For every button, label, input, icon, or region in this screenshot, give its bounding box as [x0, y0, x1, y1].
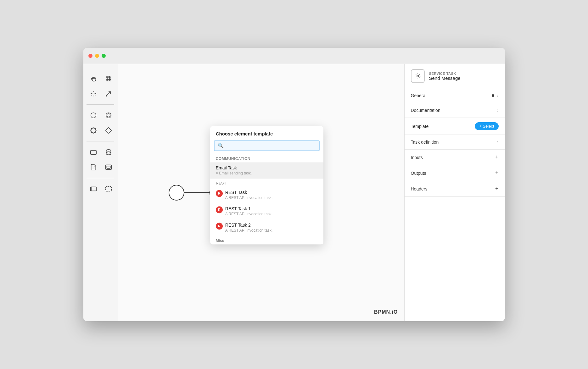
toolbar-section-nav — [83, 69, 118, 103]
template-item-rest-task-1[interactable]: R REST Task 1 A REST API invocation task… — [210, 203, 323, 219]
svg-point-21 — [417, 75, 419, 77]
modal-list: Communication Email Task A Email sending… — [210, 154, 323, 244]
svg-line-7 — [106, 92, 110, 96]
svg-point-8 — [106, 95, 107, 96]
svg-rect-18 — [90, 187, 96, 191]
toolbar-section-shapes — [83, 143, 118, 177]
connect-tool[interactable] — [102, 87, 115, 101]
title-bar — [83, 48, 505, 64]
svg-marker-13 — [105, 128, 111, 133]
intermediate-event-tool[interactable] — [102, 108, 115, 122]
rest-task-2-icon: R — [216, 223, 223, 229]
section-right-template: + Select — [475, 122, 498, 130]
traffic-lights — [88, 54, 106, 58]
section-label-documentation: Documentation — [411, 108, 497, 113]
start-event-node[interactable] — [169, 185, 184, 201]
flow-line — [184, 192, 210, 193]
data-store-tool[interactable] — [102, 145, 115, 159]
minimize-button[interactable] — [95, 54, 99, 58]
template-item-rest-task-2[interactable]: R REST Task 2 A REST API invocation task… — [210, 219, 323, 236]
template-item-email-task[interactable]: Email Task A Email sending task. — [210, 162, 323, 179]
section-label-task-definition: Task definition — [411, 140, 497, 145]
chevron-right-icon: › — [497, 93, 498, 98]
search-icon: 🔍 — [218, 143, 224, 148]
section-label-general: General — [411, 93, 492, 98]
modal-search-bar[interactable]: 🔍 — [214, 140, 320, 151]
group-tool[interactable] — [102, 182, 115, 196]
start-event-tool[interactable] — [87, 108, 100, 122]
svg-point-12 — [91, 128, 96, 133]
template-item-desc: A REST API invocation task. — [225, 196, 318, 200]
chevron-right-icon: › — [497, 107, 498, 113]
template-item-desc: A REST API invocation task. — [225, 212, 318, 216]
section-right-general: › — [492, 93, 498, 98]
section-label-template: Template — [411, 124, 475, 129]
toolbar — [83, 64, 118, 321]
panel-section-outputs[interactable]: Outputs + — [405, 165, 505, 181]
sequence-flow — [184, 191, 213, 195]
svg-rect-0 — [106, 76, 111, 81]
category-rest: REST — [210, 179, 323, 187]
section-right-headers: + — [495, 185, 499, 192]
panel-task-icon — [411, 69, 425, 83]
panel-task-name: Send Message — [429, 75, 461, 81]
add-header-icon[interactable]: + — [495, 185, 499, 192]
gateway-tool[interactable] — [102, 124, 115, 137]
template-chooser-modal: Choose element template 🔍 Communication … — [210, 126, 323, 244]
panel-section-template[interactable]: Template + Select — [405, 118, 505, 135]
task-tool[interactable] — [87, 145, 100, 159]
panel-header: SERVICE TASK Send Message — [405, 64, 505, 88]
search-input[interactable] — [226, 143, 316, 148]
template-item-name: REST Task — [225, 190, 318, 195]
toolbar-section-events — [83, 106, 118, 140]
section-right-task-definition: › — [497, 139, 498, 145]
template-item-name: REST Task 1 — [225, 206, 318, 211]
space-tool[interactable] — [87, 87, 100, 101]
template-item-name: Email Task — [216, 165, 318, 170]
panel-section-headers[interactable]: Headers + — [405, 181, 505, 197]
watermark: BPMN.iO — [374, 309, 398, 315]
panel-section-task-definition[interactable]: Task definition › — [405, 135, 505, 150]
category-misc: Misc — [210, 236, 323, 244]
panel-section-general[interactable]: General › — [405, 88, 505, 103]
add-output-icon[interactable]: + — [495, 170, 499, 176]
rest-task-icon: R — [216, 190, 223, 197]
canvas-area[interactable]: ⚙️ Do a thing Choose element template 🔍 … — [118, 64, 404, 321]
end-event-tool[interactable] — [87, 124, 100, 137]
document-tool[interactable] — [87, 160, 100, 174]
hand-tool[interactable] — [87, 72, 100, 85]
svg-rect-20 — [105, 187, 111, 191]
toolbar-section-containers — [83, 179, 118, 198]
template-item-rest-task[interactable]: R REST Task A REST API invocation task. — [210, 187, 323, 203]
add-input-icon[interactable]: + — [495, 154, 499, 161]
template-item-desc: A REST API invocation task. — [225, 228, 318, 233]
close-button[interactable] — [88, 54, 92, 58]
section-right-documentation: › — [497, 107, 498, 113]
section-label-inputs: Inputs — [411, 155, 495, 160]
category-communication: Communication — [210, 154, 323, 162]
toolbar-divider-2 — [87, 141, 114, 141]
subprocess-tool[interactable] — [102, 160, 115, 174]
general-dot — [492, 94, 494, 97]
toolbar-divider-1 — [87, 104, 114, 105]
app-window: ⚙️ Do a thing Choose element template 🔍 … — [83, 48, 505, 321]
svg-point-9 — [91, 113, 96, 118]
panel-title-group: SERVICE TASK Send Message — [429, 72, 461, 81]
panel-task-type: SERVICE TASK — [429, 72, 461, 75]
section-label-outputs: Outputs — [411, 171, 495, 176]
panel-section-documentation[interactable]: Documentation › — [405, 103, 505, 118]
template-item-desc: A Email sending task. — [216, 171, 318, 175]
modal-title: Choose element template — [210, 126, 323, 140]
panel-section-inputs[interactable]: Inputs + — [405, 150, 505, 165]
expanded-pool-tool[interactable] — [87, 182, 100, 196]
app-body: ⚙️ Do a thing Choose element template 🔍 … — [83, 64, 505, 321]
maximize-button[interactable] — [102, 54, 106, 58]
section-right-inputs: + — [495, 154, 499, 161]
select-template-button[interactable]: + Select — [475, 122, 498, 130]
svg-point-15 — [106, 150, 111, 151]
chevron-right-icon: › — [497, 139, 498, 145]
svg-rect-17 — [107, 166, 110, 168]
section-right-outputs: + — [495, 170, 499, 176]
section-label-headers: Headers — [411, 186, 495, 191]
lasso-tool[interactable] — [102, 72, 115, 85]
